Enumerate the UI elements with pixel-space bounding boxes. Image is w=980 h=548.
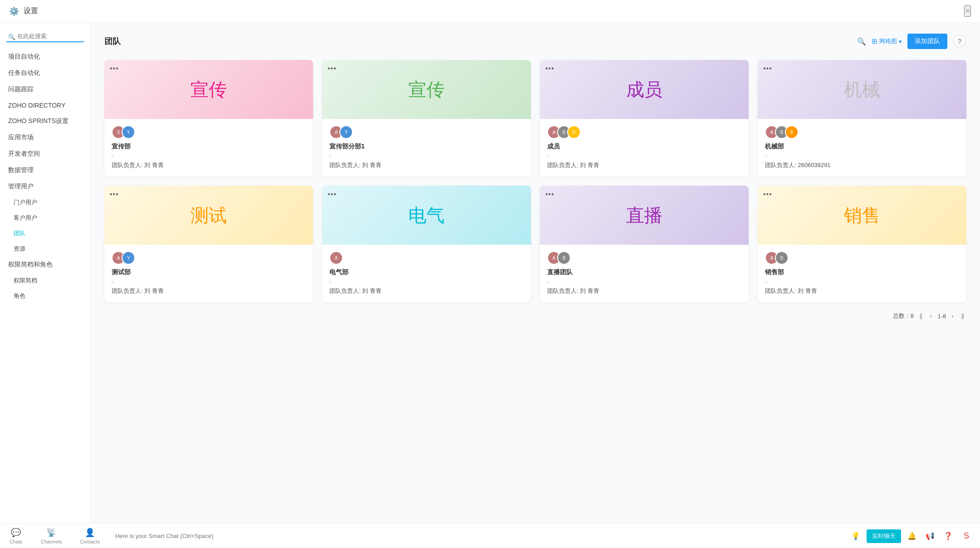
team-dash: - bbox=[112, 278, 306, 285]
team-card-jixie[interactable]: ••• 机械 AB6 机械部 - 团队负责人: 2606039291 bbox=[758, 60, 966, 177]
sidebar-search-container: 🔍 bbox=[6, 31, 84, 42]
team-name: 成员 bbox=[547, 143, 741, 151]
team-card-menu[interactable]: ••• bbox=[110, 190, 119, 198]
content-search-button[interactable]: 🔍 bbox=[857, 37, 866, 46]
sidebar-item-portal-users[interactable]: 门户用户 bbox=[0, 195, 90, 210]
page-title: 团队 bbox=[104, 36, 121, 47]
avatar: Y bbox=[122, 251, 135, 265]
team-card-body: AB 销售部 - 团队负责人: 刘 青青 bbox=[758, 245, 966, 302]
avatar: Y bbox=[339, 125, 353, 139]
sidebar-item-client-users[interactable]: 客户用户 bbox=[0, 210, 90, 226]
total-label: 总数：8 bbox=[893, 312, 914, 320]
team-owner: 团队负责人: 刘 青青 bbox=[329, 161, 524, 169]
pagination-range: 1-8 bbox=[938, 313, 946, 320]
lightbulb-button[interactable]: 💡 bbox=[848, 529, 863, 543]
view-toggle-button[interactable]: ⊞ 网格图 ▾ bbox=[872, 37, 902, 45]
team-owner: 团队负责人: 2606039291 bbox=[765, 161, 959, 169]
sidebar-item-role[interactable]: 角色 bbox=[0, 288, 90, 304]
contacts-label: Contacts bbox=[80, 539, 99, 544]
bottom-bar: 💬 Chats 📡 Channels 👤 Contacts 💡 实时聊天 🔔 📢… bbox=[0, 523, 980, 548]
nav-item-channels[interactable]: 📡 Channels bbox=[32, 524, 71, 548]
team-name: 测试部 bbox=[112, 268, 306, 276]
avatar: B bbox=[557, 251, 571, 265]
team-card-menu[interactable]: ••• bbox=[328, 64, 337, 73]
team-card-menu[interactable]: ••• bbox=[545, 190, 554, 198]
team-card-xuanchuan[interactable]: ••• 宣传 SY 宣传部 - 团队负责人: 刘 青青 bbox=[104, 60, 313, 177]
team-card-banner: ••• 成员 bbox=[540, 60, 749, 119]
sidebar-item-perms[interactable]: 权限简档和角色 bbox=[0, 257, 90, 273]
prev-page-button[interactable]: ‹ bbox=[928, 311, 934, 321]
team-card-zhibo[interactable]: ••• 直播 AB 直播团队 - 团队负责人: 刘 青青 bbox=[540, 186, 749, 302]
close-button[interactable]: × bbox=[964, 5, 971, 17]
team-card-menu[interactable]: ••• bbox=[763, 64, 772, 73]
bottom-nav: 💬 Chats 📡 Channels 👤 Contacts bbox=[0, 524, 109, 548]
team-owner: 团队负责人: 刘 青青 bbox=[112, 287, 306, 295]
sidebar-item-data-mgmt[interactable]: 数据管理 bbox=[0, 162, 90, 178]
team-card-body: A 电气部 - 团队负责人: 刘 青青 bbox=[322, 245, 531, 302]
team-grid: ••• 宣传 SY 宣传部 - 团队负责人: 刘 青青 ••• 宣传 AY 宣传… bbox=[104, 60, 966, 302]
search-input[interactable] bbox=[6, 31, 84, 42]
pagination: 总数：8 ⟪ ‹ 1-8 › ⟫ bbox=[104, 311, 966, 321]
sidebar-item-resources[interactable]: 资源 bbox=[0, 241, 90, 257]
team-banner-text: 宣传 bbox=[408, 77, 445, 102]
sidebar-item-issue-track[interactable]: 问题跟踪 bbox=[0, 81, 90, 98]
last-page-button[interactable]: ⟫ bbox=[959, 311, 966, 321]
team-card-body: AB 直播团队 - 团队负责人: 刘 青青 bbox=[540, 245, 749, 302]
team-name: 宣传部分部1 bbox=[329, 143, 524, 151]
avatar: 主 bbox=[567, 125, 581, 139]
team-card-banner: ••• 宣传 bbox=[322, 60, 531, 119]
team-card-banner: ••• 宣传 bbox=[104, 60, 313, 119]
header-title: 设置 bbox=[24, 6, 38, 16]
main-layout: 🔍 项目自动化 任务自动化 问题跟踪 ZOHO DIRECTORY ZOHO S… bbox=[0, 23, 980, 523]
team-owner: 团队负责人: 刘 青青 bbox=[547, 161, 741, 169]
team-card-dianqi[interactable]: ••• 电气 A 电气部 - 团队负责人: 刘 青青 bbox=[322, 186, 531, 302]
team-card-body: SY 宣传部 - 团队负责人: 刘 青青 bbox=[104, 119, 313, 177]
avatar: B bbox=[775, 251, 789, 265]
sidebar-item-perm-profile[interactable]: 权限简档 bbox=[0, 273, 90, 288]
channels-icon: 📡 bbox=[46, 528, 56, 538]
team-banner-text: 机械 bbox=[844, 77, 880, 102]
search-wrapper: 🔍 bbox=[6, 31, 84, 42]
help-button[interactable]: ? bbox=[953, 35, 966, 48]
sidebar-item-team[interactable]: 团队 bbox=[0, 226, 90, 241]
nav-item-chats[interactable]: 💬 Chats bbox=[0, 524, 32, 548]
sidebar-item-task-auto[interactable]: 任务自动化 bbox=[0, 65, 90, 81]
team-card-menu[interactable]: ••• bbox=[763, 190, 772, 198]
team-card-ceshi[interactable]: ••• 测试 AY 测试部 - 团队负责人: 刘 青青 bbox=[104, 186, 313, 302]
team-owner: 团队负责人: 刘 青青 bbox=[765, 287, 959, 295]
team-card-menu[interactable]: ••• bbox=[328, 190, 337, 198]
team-card-menu[interactable]: ••• bbox=[545, 64, 554, 73]
next-page-button[interactable]: › bbox=[950, 311, 956, 321]
broadcast-button[interactable]: 📢 bbox=[923, 529, 937, 543]
team-card-banner: ••• 销售 bbox=[758, 186, 966, 245]
team-card-menu[interactable]: ••• bbox=[110, 64, 119, 73]
realtime-chat-button[interactable]: 实时聊天 bbox=[867, 529, 901, 543]
zoho-button[interactable]: S bbox=[959, 529, 974, 543]
team-name: 宣传部 bbox=[112, 143, 306, 151]
team-card-xiaoshou[interactable]: ••• 销售 AB 销售部 - 团队负责人: 刘 青青 bbox=[758, 186, 966, 302]
team-banner-text: 测试 bbox=[191, 203, 227, 228]
add-team-button[interactable]: 添加团队 bbox=[907, 34, 947, 49]
smart-chat-input[interactable] bbox=[115, 533, 836, 539]
sidebar-item-project-auto[interactable]: 项目自动化 bbox=[0, 49, 90, 65]
header-left: ⚙️ 设置 bbox=[9, 6, 38, 16]
team-card-body: AB6 机械部 - 团队负责人: 2606039291 bbox=[758, 119, 966, 177]
sidebar-item-dev-space[interactable]: 开发者空间 bbox=[0, 146, 90, 162]
team-name: 销售部 bbox=[765, 268, 959, 276]
team-banner-text: 宣传 bbox=[191, 77, 227, 102]
sidebar-item-app-market[interactable]: 应用市场 bbox=[0, 129, 90, 146]
team-card-chengyuan[interactable]: ••• 成员 AB主 成员 - 团队负责人: 刘 青青 bbox=[540, 60, 749, 177]
sidebar-item-zoho-sprints[interactable]: ZOHO SPRINTS设置 bbox=[0, 113, 90, 129]
sidebar-item-manage-users[interactable]: 管理用户 bbox=[0, 178, 90, 195]
notification-button[interactable]: 🔔 bbox=[905, 529, 919, 543]
sidebar: 🔍 项目自动化 任务自动化 问题跟踪 ZOHO DIRECTORY ZOHO S… bbox=[0, 23, 91, 523]
gear-icon: ⚙️ bbox=[9, 6, 19, 16]
sidebar-item-zoho-dir[interactable]: ZOHO DIRECTORY bbox=[0, 98, 90, 113]
team-card-xuanchuan-sub[interactable]: ••• 宣传 AY 宣传部分部1 - 团队负责人: 刘 青青 bbox=[322, 60, 531, 177]
help-chat-button[interactable]: ❓ bbox=[941, 529, 956, 543]
first-page-button[interactable]: ⟪ bbox=[917, 311, 925, 321]
grid-icon: ⊞ bbox=[872, 37, 877, 45]
search-icon: 🔍 bbox=[8, 33, 15, 40]
nav-item-contacts[interactable]: 👤 Contacts bbox=[71, 524, 108, 548]
bottom-actions: 💡 实时聊天 🔔 📢 ❓ S bbox=[842, 529, 980, 543]
